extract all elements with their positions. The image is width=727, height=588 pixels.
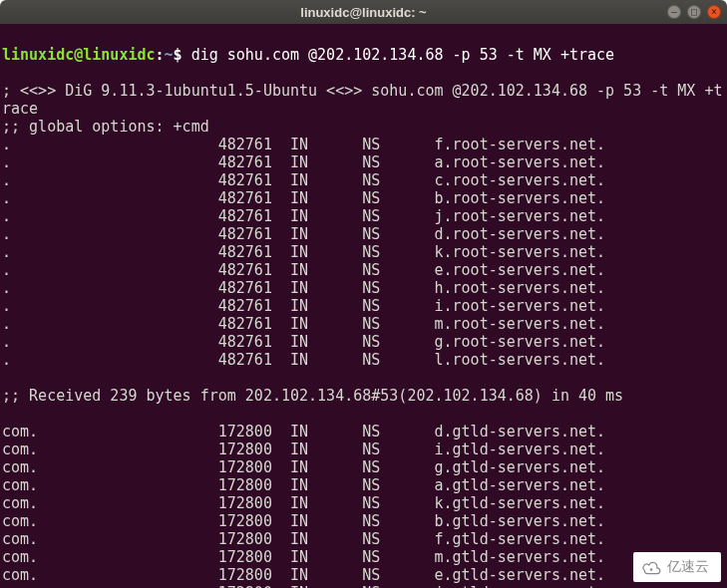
dns-record-line: com. 172800 IN NS b.gtld-servers.net. <box>2 512 605 530</box>
root-ns-records: . 482761 IN NS f.root-servers.net. . 482… <box>2 136 725 369</box>
prompt-path: ~ <box>165 46 174 64</box>
output-line: ;; Received 239 bytes from 202.102.134.6… <box>2 387 623 405</box>
dns-record-line: com. 172800 IN NS m.gtld-servers.net. <box>2 548 605 566</box>
dns-record-line: com. 172800 IN NS a.gtld-servers.net. <box>2 476 605 494</box>
window-controls: – □ × <box>667 5 721 19</box>
window-title: linuxidc@linuxidc: ~ <box>300 5 426 20</box>
dns-record-line: . 482761 IN NS c.root-servers.net. <box>2 171 605 189</box>
dns-record-line: com. 172800 IN NS k.gtld-servers.net. <box>2 494 605 512</box>
close-button[interactable]: × <box>707 5 721 19</box>
dns-record-line: com. 172800 IN NS i.gtld-servers.net. <box>2 441 605 458</box>
prompt-colon: : <box>156 46 165 64</box>
prompt-user-host: linuxidc@linuxidc <box>2 46 156 64</box>
command-text: dig sohu.com @202.102.134.68 -p 53 -t MX… <box>191 46 614 64</box>
dns-record-line: . 482761 IN NS d.root-servers.net. <box>2 225 605 243</box>
close-icon: × <box>711 7 717 17</box>
dns-record-line: . 482761 IN NS f.root-servers.net. <box>2 136 605 153</box>
watermark: 亿速云 <box>633 552 721 582</box>
dns-record-line: com. 172800 IN NS g.gtld-servers.net. <box>2 458 605 476</box>
output-line: race <box>2 100 38 118</box>
svg-point-0 <box>650 568 653 571</box>
dns-record-line: . 482761 IN NS b.root-servers.net. <box>2 189 605 207</box>
cloud-icon <box>641 559 661 575</box>
terminal-body[interactable]: linuxidc@linuxidc:~$ dig sohu.com @202.1… <box>0 24 727 588</box>
minimize-button[interactable]: – <box>667 5 681 19</box>
com-ns-records: com. 172800 IN NS d.gtld-servers.net. co… <box>2 423 725 588</box>
dns-record-line: . 482761 IN NS g.root-servers.net. <box>2 333 605 351</box>
window-titlebar: linuxidc@linuxidc: ~ – □ × <box>0 0 727 24</box>
minimize-icon: – <box>671 7 677 17</box>
dns-record-line: . 482761 IN NS j.root-servers.net. <box>2 207 605 225</box>
dns-record-line: com. 172800 IN NS j.gtld-servers.net. <box>2 584 605 588</box>
watermark-text: 亿速云 <box>667 558 709 576</box>
output-line: ;; global options: +cmd <box>2 118 209 136</box>
dns-record-line: com. 172800 IN NS e.gtld-servers.net. <box>2 566 605 584</box>
maximize-button[interactable]: □ <box>687 5 701 19</box>
dns-record-line: com. 172800 IN NS f.gtld-servers.net. <box>2 530 605 548</box>
dns-record-line: . 482761 IN NS i.root-servers.net. <box>2 297 605 315</box>
dns-record-line: . 482761 IN NS h.root-servers.net. <box>2 279 605 297</box>
dns-record-line: . 482761 IN NS m.root-servers.net. <box>2 315 605 333</box>
output-line: ; <<>> DiG 9.11.3-1ubuntu1.5-Ubuntu <<>>… <box>2 82 722 100</box>
dns-record-line: com. 172800 IN NS d.gtld-servers.net. <box>2 423 605 441</box>
maximize-icon: □ <box>691 7 697 17</box>
dns-record-line: . 482761 IN NS l.root-servers.net. <box>2 351 605 369</box>
dns-record-line: . 482761 IN NS e.root-servers.net. <box>2 261 605 279</box>
dns-record-line: . 482761 IN NS a.root-servers.net. <box>2 153 605 171</box>
dns-record-line: . 482761 IN NS k.root-servers.net. <box>2 243 605 261</box>
prompt-dollar: $ <box>174 46 191 64</box>
